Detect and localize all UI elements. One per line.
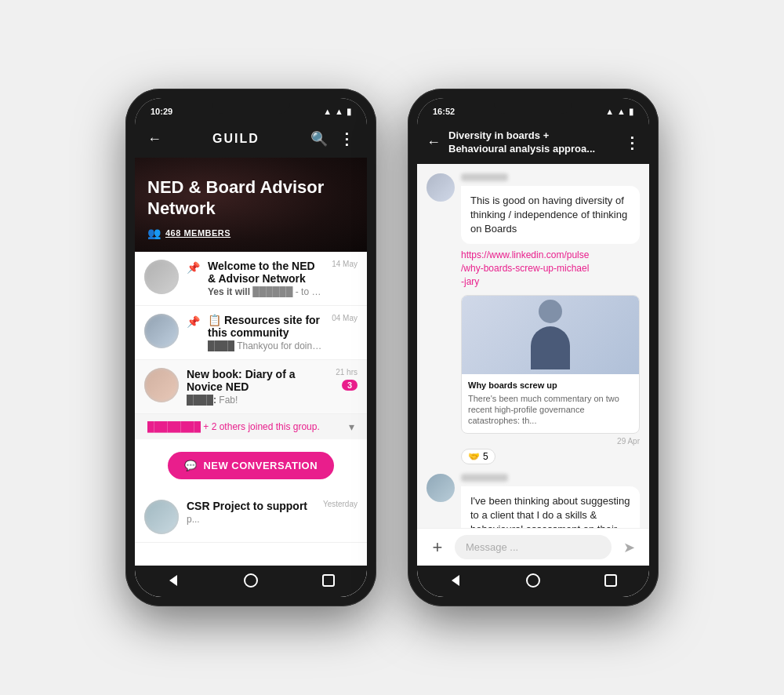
left-app-header: ← GUILD 🔍 ⋮: [135, 123, 367, 158]
chat-content: New book: Diary of a Novice NED ████: Fa…: [187, 368, 328, 406]
chat-item[interactable]: 📌 Welcome to the NED & Advisor Network Y…: [135, 252, 367, 306]
notch: [494, 98, 572, 114]
chat-preview: ████: Fab!: [187, 395, 328, 406]
members-count[interactable]: 468 MEMBERS: [165, 228, 230, 238]
reaction-handshake[interactable]: 🤝 5: [461, 449, 495, 464]
message-input[interactable]: Message ...: [455, 535, 612, 559]
notch: [212, 98, 290, 114]
left-back-button[interactable]: ←: [147, 131, 162, 147]
recents-nav-button[interactable]: [320, 572, 337, 589]
chat-preview: p...: [187, 514, 315, 525]
battery-icon: ▮: [629, 107, 633, 117]
link-preview-image: [462, 296, 639, 374]
left-status-icons: ▲ ▲ ▮: [323, 107, 351, 117]
chat-time: Yesterday: [323, 500, 358, 508]
chat-content: 📋 Resources site for this community ████…: [208, 314, 324, 351]
sender-name-blurred: [461, 474, 508, 482]
send-button[interactable]: ➤: [618, 537, 640, 559]
person-body: [531, 326, 570, 369]
joined-text: ████████ + 2 others joined this group.: [147, 421, 320, 432]
chat-item[interactable]: 📌 📋 Resources site for this community ██…: [135, 306, 367, 360]
reaction-count: 5: [483, 451, 488, 462]
link-preview-desc: There's been much commentary on two rece…: [468, 393, 633, 427]
message-bubble: I've been thinking about suggesting to a…: [426, 474, 640, 528]
chat-name: New book: Diary of a Novice NED: [187, 368, 328, 393]
new-conv-icon: 💬: [184, 460, 198, 471]
link-preview-title: Why boards screw up: [468, 380, 633, 390]
pin-icon: 📌: [187, 315, 200, 328]
signal-icon: ▲: [617, 107, 626, 116]
right-time: 16:52: [433, 107, 455, 116]
message-bubble: This is good on having diversity of thin…: [426, 173, 640, 464]
avatar-wrap: [144, 260, 179, 294]
home-nav-button[interactable]: [524, 572, 542, 589]
new-conv-label: NEW CONVERSATION: [203, 460, 318, 471]
wifi-icon: ▲: [605, 107, 614, 116]
avatar-wrap: [144, 500, 179, 534]
home-bar: [417, 566, 649, 597]
chat-content: CSR Project to support p...: [187, 500, 315, 525]
more-icon[interactable]: ⋮: [339, 129, 354, 148]
group-title: NED & Board Advisor Network: [147, 177, 354, 219]
sender-avatar: [426, 173, 455, 202]
message-content: This is good on having diversity of thin…: [461, 173, 640, 464]
avatar: [144, 260, 179, 294]
message-text: I've been thinking about suggesting to a…: [461, 486, 640, 528]
new-conversation-button[interactable]: 💬 NEW CONVERSATION: [168, 452, 333, 479]
person-head: [539, 300, 562, 323]
right-more-icon[interactable]: ⋮: [624, 133, 640, 152]
chat-content: Welcome to the NED & Advisor Network Yes…: [208, 260, 324, 297]
message-date: 29 Apr: [461, 437, 640, 446]
link-preview-card[interactable]: Why boards screw up There's been much co…: [461, 295, 640, 434]
search-icon[interactable]: 🔍: [310, 130, 328, 147]
chat-item[interactable]: New book: Diary of a Novice NED ████: Fa…: [135, 360, 367, 414]
chat-preview: ████ Thankyou for doing this ...: [208, 340, 324, 351]
signal-icon: ▲: [335, 107, 343, 116]
chat-time: 04 May: [332, 314, 358, 322]
left-header-icons: 🔍 ⋮: [310, 129, 354, 148]
message-placeholder: Message ...: [466, 541, 518, 553]
joined-row: ████████ + 2 others joined this group. ▾: [135, 414, 367, 439]
message-link[interactable]: https://www.linkedin.com/pulse/why-board…: [461, 249, 640, 288]
chat-name: 📋 Resources site for this community: [208, 314, 324, 339]
chat-meta: 21 hrs 3: [336, 368, 358, 391]
chat-time: 21 hrs: [336, 368, 358, 377]
sender-name-blurred: [461, 173, 508, 181]
input-area: + Message ... ➤: [417, 528, 649, 566]
back-nav-button[interactable]: [165, 572, 182, 589]
sender-avatar: [426, 474, 455, 502]
wifi-icon: ▲: [323, 107, 332, 116]
unread-badge: 3: [342, 380, 358, 391]
chat-name: CSR Project to support: [187, 500, 315, 512]
left-app-title: GUILD: [212, 132, 260, 146]
message-content: I've been thinking about suggesting to a…: [461, 474, 640, 528]
right-back-button[interactable]: ←: [426, 134, 441, 151]
left-app: ← GUILD 🔍 ⋮ NED & Board Advisor Network …: [135, 123, 367, 566]
chat-time: 14 May: [332, 260, 358, 268]
members-icon: 👥: [147, 227, 161, 239]
battery-icon: ▮: [347, 107, 351, 117]
chevron-down-icon[interactable]: ▾: [349, 420, 354, 433]
right-app-header: ← Diversity in boards + Behavioural anal…: [417, 123, 649, 164]
message-area: This is good on having diversity of thin…: [417, 164, 649, 528]
members-row: 👥 468 MEMBERS: [147, 227, 354, 239]
right-status-icons: ▲ ▲ ▮: [605, 107, 633, 117]
left-phone: 10:29 ▲ ▲ ▮ ← GUILD 🔍 ⋮ NED & Board Advi…: [125, 89, 376, 606]
cover-area: NED & Board Advisor Network 👥 468 MEMBER…: [135, 158, 367, 252]
chat-list: 📌 Welcome to the NED & Advisor Network Y…: [135, 252, 367, 566]
right-chat-title: Diversity in boards + Behavioural analys…: [448, 129, 616, 156]
chat-item[interactable]: CSR Project to support p... Yesterday: [135, 492, 367, 543]
avatar: [144, 368, 179, 402]
avatar: [144, 500, 179, 534]
home-bar: [135, 566, 367, 597]
chat-name: Welcome to the NED & Advisor Network: [208, 260, 324, 285]
attach-button[interactable]: +: [426, 537, 448, 559]
back-nav-button[interactable]: [447, 572, 464, 589]
right-app: ← Diversity in boards + Behavioural anal…: [417, 123, 649, 566]
avatar-wrap: [144, 368, 179, 402]
person-image: [527, 300, 574, 370]
home-nav-button[interactable]: [242, 572, 260, 589]
left-time: 10:29: [151, 107, 172, 116]
recents-nav-button[interactable]: [602, 572, 619, 589]
chat-preview: Yes it will ██████ - to all ...: [208, 286, 324, 297]
